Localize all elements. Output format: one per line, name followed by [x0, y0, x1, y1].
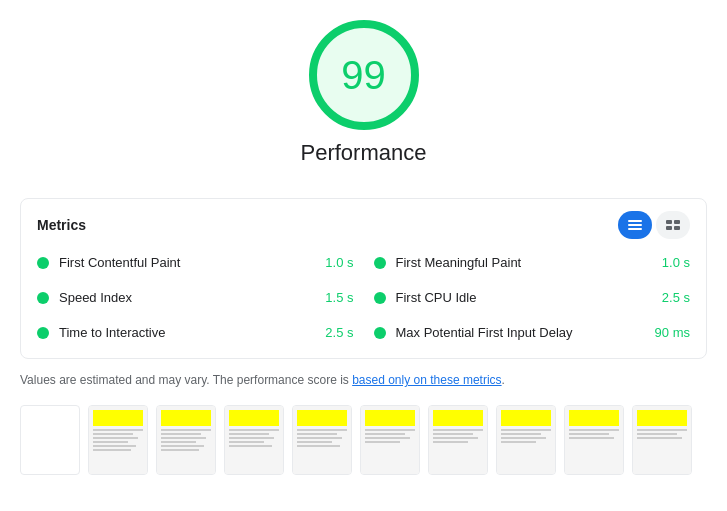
- thumbnail-9: [564, 405, 624, 475]
- thumbnail-10: [632, 405, 692, 475]
- metric-dot-mpfid: [374, 327, 386, 339]
- metrics-header: Metrics: [37, 211, 690, 239]
- score-value: 99: [341, 53, 386, 98]
- metric-name-si: Speed Index: [59, 290, 317, 305]
- thumbnail-3: [156, 405, 216, 475]
- score-section: 99 Performance: [20, 20, 707, 182]
- metrics-title: Metrics: [37, 217, 86, 233]
- metric-value-fcp: 1.0 s: [325, 255, 353, 270]
- svg-rect-4: [674, 220, 680, 224]
- metric-name-fci: First CPU Idle: [396, 290, 654, 305]
- metrics-section: Metrics First Conte: [20, 198, 707, 359]
- svg-rect-0: [628, 220, 642, 222]
- metric-name-mpfid: Max Potential First Input Delay: [396, 325, 647, 340]
- metric-row-si: Speed Index 1.5 s: [37, 284, 354, 311]
- metric-name-fcp: First Contentful Paint: [59, 255, 317, 270]
- metric-row-fcp: First Contentful Paint 1.0 s: [37, 249, 354, 276]
- metric-name-fmp: First Meaningful Paint: [396, 255, 654, 270]
- metrics-grid: First Contentful Paint 1.0 s First Meani…: [37, 249, 690, 346]
- metric-row-fmp: First Meaningful Paint 1.0 s: [374, 249, 691, 276]
- list-view-button[interactable]: [618, 211, 652, 239]
- svg-rect-5: [666, 226, 672, 230]
- svg-rect-1: [628, 224, 642, 226]
- thumbnails-row: [20, 405, 707, 475]
- thumbnail-4: [224, 405, 284, 475]
- metric-dot-si: [37, 292, 49, 304]
- metric-value-fmp: 1.0 s: [662, 255, 690, 270]
- thumbnail-8: [496, 405, 556, 475]
- metric-value-tti: 2.5 s: [325, 325, 353, 340]
- metric-name-tti: Time to Interactive: [59, 325, 317, 340]
- thumbnail-5: [292, 405, 352, 475]
- metric-row-tti: Time to Interactive 2.5 s: [37, 319, 354, 346]
- svg-rect-3: [666, 220, 672, 224]
- thumbnail-7: [428, 405, 488, 475]
- svg-rect-6: [674, 226, 680, 230]
- metric-value-mpfid: 90 ms: [655, 325, 690, 340]
- metric-dot-fcp: [37, 257, 49, 269]
- metric-dot-fci: [374, 292, 386, 304]
- metric-row-fci: First CPU Idle 2.5 s: [374, 284, 691, 311]
- thumbnail-2: [88, 405, 148, 475]
- metric-dot-tti: [37, 327, 49, 339]
- view-toggle: [618, 211, 690, 239]
- score-label: Performance: [301, 140, 427, 166]
- metric-value-si: 1.5 s: [325, 290, 353, 305]
- thumbnail-6: [360, 405, 420, 475]
- metric-dot-fmp: [374, 257, 386, 269]
- metric-value-fci: 2.5 s: [662, 290, 690, 305]
- list-icon: [628, 220, 642, 230]
- disclaimer-text-before: Values are estimated and may vary. The p…: [20, 373, 352, 387]
- score-circle: 99: [309, 20, 419, 130]
- svg-rect-2: [628, 228, 642, 230]
- disclaimer: Values are estimated and may vary. The p…: [20, 371, 707, 389]
- metric-row-mpfid: Max Potential First Input Delay 90 ms: [374, 319, 691, 346]
- grid-icon: [666, 220, 680, 230]
- disclaimer-link[interactable]: based only on these metrics: [352, 373, 501, 387]
- grid-view-button[interactable]: [656, 211, 690, 239]
- thumbnail-1: [20, 405, 80, 475]
- disclaimer-text-after: .: [502, 373, 505, 387]
